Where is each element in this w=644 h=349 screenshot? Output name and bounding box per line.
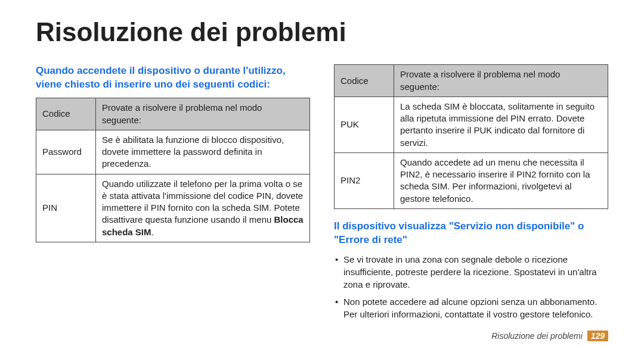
content-columns: Quando accendete il dispositivo o durant…	[36, 64, 608, 325]
table-row: PIN Quando utilizzate il telefono per la…	[36, 174, 310, 242]
pin-text-post: .	[151, 227, 154, 237]
table-header-row: Codice Provate a risolvere il problema n…	[36, 98, 310, 130]
cell-code: PIN2	[335, 152, 394, 208]
cell-text: Quando accedete ad un menu che necessita…	[394, 152, 608, 208]
th-solution: Provate a risolvere il problema nel modo…	[394, 65, 608, 97]
pin-text-pre: Quando utilizzate il telefono per la pri…	[102, 179, 303, 225]
th-code: Codice	[335, 65, 394, 97]
cell-text: Se è abilitata la funzione di blocco dis…	[96, 130, 310, 174]
cell-text: La scheda SIM è bloccata, solitamente in…	[394, 96, 608, 152]
cell-code: PIN	[36, 174, 96, 242]
cell-text: Quando utilizzate il telefono per la pri…	[96, 174, 310, 242]
table-row: PIN2 Quando accedete ad un menu che nece…	[335, 152, 608, 208]
page-footer: Risoluzione dei problemi 129	[491, 331, 608, 341]
section2-list: Se vi trovate in una zona con segnale de…	[334, 253, 608, 320]
section2-heading: Il dispositivo visualizza "Servizio non …	[334, 220, 608, 247]
table-row: PUK La scheda SIM è bloccata, solitament…	[335, 96, 608, 152]
cell-code: PUK	[335, 96, 394, 152]
cell-code: Password	[36, 130, 96, 174]
th-code: Codice	[36, 98, 96, 130]
right-column: Codice Provate a risolvere il problema n…	[334, 64, 608, 325]
list-item: Se vi trovate in una zona con segnale de…	[334, 253, 608, 291]
list-item: Non potete accedere ad alcune opzioni se…	[334, 295, 608, 320]
page-title: Risoluzione dei problemi	[36, 18, 608, 46]
table-header-row: Codice Provate a risolvere il problema n…	[335, 65, 608, 97]
th-solution: Provate a risolvere il problema nel modo…	[96, 98, 310, 130]
section1-heading: Quando accendete il dispositivo o durant…	[36, 64, 310, 92]
codes-table-right: Codice Provate a risolvere il problema n…	[334, 64, 608, 209]
codes-table-left: Codice Provate a risolvere il problema n…	[36, 98, 310, 242]
left-column: Quando accendete il dispositivo o durant…	[36, 64, 310, 325]
table-row: Password Se è abilitata la funzione di b…	[36, 130, 310, 174]
page-number: 129	[587, 331, 608, 341]
footer-label: Risoluzione dei problemi	[491, 331, 583, 341]
